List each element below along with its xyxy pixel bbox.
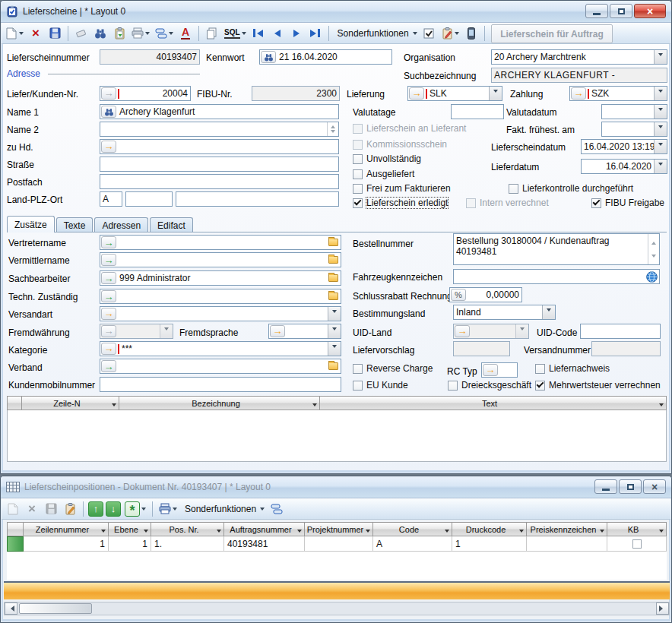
nav-next-button[interactable] (288, 24, 305, 43)
text-table-header-bezeichnung[interactable]: Bezeichnung (119, 396, 320, 410)
sachbearbeiter-lookup-button[interactable] (101, 272, 116, 284)
versandart-lookup-button[interactable] (101, 308, 116, 320)
kennwort-field[interactable]: 21 16.04.2020 (259, 49, 392, 65)
save-button[interactable] (46, 24, 63, 43)
name2-field[interactable] (100, 122, 339, 137)
techn-lookup-button[interactable] (101, 290, 116, 302)
reverse-charge-checkbox[interactable]: Reverse Charge (353, 363, 433, 374)
liefervorschlag-field[interactable] (453, 341, 510, 356)
folder-icon[interactable] (328, 293, 338, 300)
chevron-down-icon[interactable] (312, 403, 317, 409)
main-titlebar[interactable]: Lieferscheine | * Layout 0 × (1, 1, 671, 23)
chevron-down-icon[interactable] (654, 160, 667, 173)
cell-projektnummer[interactable] (305, 536, 373, 552)
globe-icon[interactable] (646, 271, 658, 283)
sachbearbeiter-field[interactable]: 999 Administrator (100, 270, 341, 286)
font-button[interactable]: A (177, 24, 194, 43)
liefer-kunden-nr-field[interactable]: 20004 (100, 86, 191, 101)
eu-kunde-checkbox[interactable]: EU Kunde (353, 380, 408, 391)
edit-tool-button[interactable] (440, 24, 461, 43)
cell-pos-nr[interactable]: 1. (151, 536, 224, 552)
new-document-button[interactable] (5, 24, 25, 43)
spinner[interactable] (327, 122, 338, 136)
postfach-field[interactable] (100, 174, 339, 189)
chevron-down-icon[interactable] (654, 140, 667, 153)
positions-header-pos-nr[interactable]: Pos. Nr. (151, 522, 224, 536)
chevron-down-icon[interactable] (328, 324, 341, 338)
chevron-down-icon[interactable] (144, 530, 148, 535)
save-position-button[interactable] (43, 500, 59, 518)
name1-search-button[interactable] (101, 106, 116, 118)
suchbezeichnung-field[interactable]: ARCHERY KLAGENFURT - (491, 68, 667, 83)
zahlung-lookup-button[interactable] (571, 87, 586, 100)
layout-button[interactable] (154, 24, 175, 43)
versandart-select[interactable] (100, 306, 341, 321)
text-table-selector-header[interactable] (7, 396, 22, 410)
strasse-field[interactable] (100, 157, 339, 172)
nav-first-button[interactable] (250, 24, 267, 43)
organisation-select[interactable]: 20 Archery Marchtrenk (491, 49, 667, 65)
tab-adressen[interactable]: Adressen (94, 217, 148, 232)
unvollstaendig-checkbox[interactable]: Unvollständig (353, 153, 421, 164)
fibu-nr-field[interactable]: 2300 (252, 86, 340, 101)
lieferschein-an-lieferant-checkbox[interactable]: Lieferschein an Lieferant (353, 123, 466, 134)
chevron-down-icon[interactable] (217, 530, 221, 535)
delete-position-button[interactable]: × (24, 500, 40, 518)
kennwort-search-button[interactable] (261, 51, 276, 63)
text-table-body[interactable] (7, 410, 667, 462)
positions-selector-header[interactable] (7, 522, 24, 536)
cell-kb[interactable] (607, 536, 667, 552)
chevron-down-icon[interactable] (445, 530, 449, 535)
positions-header-kb[interactable]: KB (607, 522, 667, 536)
frei-zum-fakturieren-checkbox[interactable]: Frei zum Fakturieren (353, 183, 451, 194)
kategorie-lookup-button[interactable] (101, 343, 116, 355)
close-button[interactable]: × (634, 4, 666, 18)
rc-typ-field[interactable] (481, 362, 518, 378)
folder-icon[interactable] (328, 362, 338, 370)
lieferkontrolle-checkbox[interactable]: Lieferkontrolle durchgeführt (509, 183, 633, 194)
positions-header-preiskennzeichen[interactable]: Preiskennzeichen (527, 522, 607, 536)
kb-checkbox[interactable] (632, 539, 642, 549)
chevron-down-icon[interactable] (600, 530, 604, 535)
lieferschein-erledigt-checkbox[interactable]: Lieferschein erledigt (353, 198, 448, 208)
close-button[interactable]: × (643, 479, 666, 494)
positions-header-auftragsnummer[interactable]: Auftragsnummer (224, 522, 305, 536)
cell-ebene[interactable]: 1 (109, 536, 151, 552)
folder-icon[interactable] (328, 239, 338, 246)
lieferdatum-select[interactable]: 16.04.2020 (581, 159, 667, 174)
scroll-right-button[interactable] (656, 602, 669, 615)
chevron-down-icon[interactable] (101, 530, 106, 535)
kunden-lookup-button[interactable] (101, 87, 116, 100)
delete-button[interactable]: × (27, 24, 44, 43)
scroll-left-button[interactable] (5, 602, 17, 615)
chevron-down-icon[interactable] (654, 105, 667, 119)
checkbox-tool-button[interactable] (421, 24, 438, 43)
print-positions-button[interactable] (157, 500, 179, 518)
uid-land-select[interactable] (453, 324, 529, 339)
fremdwaehrung-select[interactable] (100, 324, 173, 339)
chevron-down-icon[interactable] (654, 87, 667, 100)
chevron-down-icon[interactable] (519, 530, 524, 535)
vertretername-field[interactable] (100, 235, 341, 250)
nav-prev-button[interactable] (269, 24, 286, 43)
cell-code[interactable]: A (373, 536, 452, 552)
paste-button[interactable] (111, 24, 128, 43)
verband-lookup-button[interactable] (101, 360, 116, 372)
minimize-button[interactable] (594, 479, 617, 494)
chevron-down-icon[interactable] (659, 403, 664, 409)
chevron-down-icon[interactable] (515, 324, 528, 338)
fahrzeugkennzeichen-field[interactable] (453, 269, 660, 284)
positions-sonderfunktionen-menu[interactable]: Sonderfunktionen (181, 500, 266, 518)
positions-table-body[interactable] (7, 552, 667, 580)
chevron-down-icon[interactable] (112, 403, 116, 409)
positions-header-projektnummer[interactable]: Projektnummer (305, 522, 373, 536)
percent-button[interactable]: % (451, 289, 466, 301)
positions-layout-button[interactable] (268, 500, 285, 518)
print-button[interactable] (130, 24, 151, 43)
dreiecksgeschaeft-checkbox[interactable]: Dreiecksgeschäft (448, 380, 531, 391)
search-button[interactable] (92, 24, 109, 43)
chevron-down-icon[interactable] (659, 530, 664, 535)
positions-titlebar[interactable]: Lieferscheinpositionen - Dokument Nr. 40… (1, 476, 671, 498)
tab-texte[interactable]: Texte (56, 217, 94, 232)
chevron-down-icon[interactable] (489, 87, 502, 100)
